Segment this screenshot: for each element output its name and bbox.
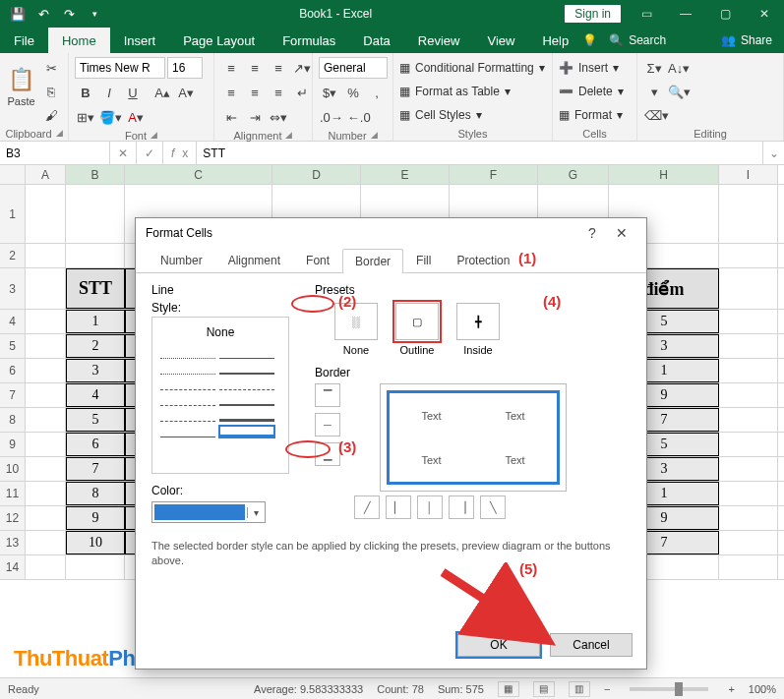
align-center-icon[interactable]: ≡ [244,82,266,103]
cell-r5-c1[interactable]: 2 [66,334,125,358]
tab-page-layout[interactable]: Page Layout [169,28,269,53]
dlg-tab-border[interactable]: Border [342,249,403,273]
view-page-break-icon[interactable]: ▥ [569,681,590,697]
border-preview[interactable]: Text Text Text Text [380,383,567,492]
format-cells-button[interactable]: ▦ Format ▾ [559,104,624,126]
cell-r6-c1[interactable]: 3 [66,359,125,382]
cell-r8-c1[interactable]: 5 [66,408,125,432]
undo-icon[interactable]: ↶ [31,3,55,25]
tab-insert[interactable]: Insert [110,28,170,53]
tab-data[interactable]: Data [349,28,403,53]
shrink-font-icon[interactable]: A▾ [175,82,197,103]
cell-r12-c8[interactable] [719,506,778,530]
border-left-button[interactable]: ▏ [386,495,411,519]
cell-r13-c8[interactable] [719,531,778,554]
cell-r14-c8[interactable] [719,555,778,579]
cell-r3-c8[interactable] [719,268,778,309]
tab-formulas[interactable]: Formulas [269,28,349,53]
border-right-button[interactable]: ▕ [449,495,474,519]
percent-format-icon[interactable]: % [342,82,364,103]
row-header-5[interactable]: 5 [0,334,26,358]
insert-cells-button[interactable]: ➕ Insert ▾ [559,57,624,79]
row-header-10[interactable]: 10 [0,457,26,481]
col-header-E[interactable]: E [361,165,450,184]
cell-r7-c1[interactable]: 4 [66,383,125,407]
cell-r4-c1[interactable]: 1 [66,310,125,333]
zoom-in-icon[interactable]: + [728,683,734,695]
dlg-tab-number[interactable]: Number [148,248,215,272]
cell-styles-button[interactable]: ▦ Cell Styles ▾ [399,104,545,126]
col-header-D[interactable]: D [272,165,361,184]
align-bottom-icon[interactable]: ≡ [268,57,289,79]
copy-icon[interactable]: ⎘ [40,81,62,102]
italic-button[interactable]: I [98,82,120,103]
style-med-dashed[interactable] [160,394,215,406]
align-top-icon[interactable]: ≡ [220,57,242,79]
qat-customize-icon[interactable]: ▾ [83,3,106,25]
cell-r9-c1[interactable]: 6 [66,433,125,456]
row-header-11[interactable]: 11 [0,482,26,505]
row-header-2[interactable]: 2 [0,244,26,267]
tab-review[interactable]: Review [404,28,474,53]
col-header-B[interactable]: B [66,165,125,184]
align-middle-icon[interactable]: ≡ [244,57,266,79]
alignment-launcher-icon[interactable]: ◢ [285,130,292,142]
dlg-tab-fill[interactable]: Fill [403,248,444,272]
cell-r8-c0[interactable] [26,408,66,432]
border-vertical-button[interactable]: │ [417,495,443,519]
style-medium[interactable] [219,363,274,375]
font-name-combo[interactable]: Times New R [75,57,165,79]
cell-r10-c0[interactable] [26,457,66,481]
format-painter-icon[interactable]: 🖌 [40,104,62,126]
expand-formula-bar-icon[interactable]: ⌄ [762,142,784,164]
cell-r9-c0[interactable] [26,433,66,456]
style-dashed[interactable] [160,379,215,390]
delete-cells-button[interactable]: ➖ Delete ▾ [559,81,624,102]
cell-r14-c0[interactable] [26,555,66,579]
fill-icon[interactable]: ▾ [643,81,665,102]
cell-r10-c1[interactable]: 7 [66,457,125,481]
style-thin[interactable] [219,347,274,359]
paste-button[interactable]: 📋Paste [6,57,36,116]
view-normal-icon[interactable]: ▦ [498,681,519,697]
cell-r5-c0[interactable] [26,334,66,358]
close-icon[interactable]: ✕ [745,0,784,28]
cell-r1-c0[interactable] [26,185,66,243]
bold-button[interactable]: B [75,82,96,103]
cell-r4-c0[interactable] [26,310,66,333]
cancel-button[interactable]: Cancel [550,633,633,657]
cell-r7-c0[interactable] [26,383,66,407]
dialog-help-icon[interactable]: ? [577,225,607,241]
font-launcher-icon[interactable]: ◢ [151,130,157,142]
view-page-layout-icon[interactable]: ▤ [533,681,555,697]
cell-r5-c8[interactable] [719,334,778,358]
style-dashdot[interactable] [219,379,274,390]
row-header-3[interactable]: 3 [0,268,26,309]
dlg-tab-alignment[interactable]: Alignment [215,248,293,272]
col-header-H[interactable]: H [609,165,719,184]
preset-none[interactable]: ░None [334,303,378,356]
dlg-tab-font[interactable]: Font [293,248,342,272]
col-header-F[interactable]: F [450,165,538,184]
align-right-icon[interactable]: ≡ [268,82,289,103]
tell-me-icon[interactable]: 💡 [582,28,609,53]
cell-r7-c8[interactable] [719,383,778,407]
zoom-level[interactable]: 100% [749,683,776,695]
sign-in-button[interactable]: Sign in [565,5,621,23]
border-top-button[interactable]: ▔ [315,383,340,407]
decrease-indent-icon[interactable]: ⇤ [220,106,242,128]
cell-r3-c0[interactable] [26,268,66,309]
zoom-out-icon[interactable]: − [604,683,610,695]
style-dotted[interactable] [160,347,215,359]
number-launcher-icon[interactable]: ◢ [371,130,378,142]
row-header-6[interactable]: 6 [0,359,26,382]
cell-r1-c8[interactable] [719,185,778,243]
borders-button[interactable]: ⊞▾ [75,106,96,128]
style-double-selected[interactable] [219,426,274,437]
row-header-4[interactable]: 4 [0,310,26,333]
align-left-icon[interactable]: ≡ [220,82,242,103]
zoom-slider[interactable] [630,687,708,691]
cell-r11-c8[interactable] [719,482,778,505]
cell-r6-c8[interactable] [719,359,778,382]
col-header-I[interactable]: I [719,165,778,184]
